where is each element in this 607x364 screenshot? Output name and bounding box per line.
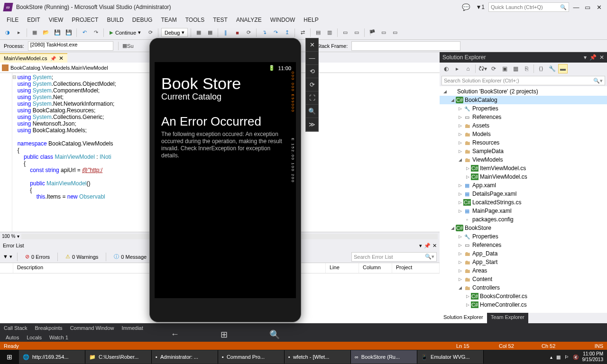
taskbar-item[interactable]: ▪wfetch - [Wfet... (285, 350, 351, 364)
tab-close-icon[interactable]: ✕ (59, 55, 64, 62)
menu-view[interactable]: VIEW (45, 15, 67, 25)
col-column[interactable]: Column (359, 263, 392, 273)
taskbar-item[interactable]: ▪Command Pro... (218, 350, 285, 364)
save-all-button[interactable]: 💾 (64, 28, 74, 37)
menu-build[interactable]: BUILD (103, 15, 127, 25)
tab-immediate[interactable]: Immediat (118, 324, 147, 332)
tab-locals[interactable]: Locals (23, 334, 46, 341)
col-line[interactable]: Line (326, 263, 359, 273)
tree-node[interactable]: ▷C#ItemViewModel.cs (440, 164, 607, 173)
taskbar-item[interactable]: 🌐http://169.254... (19, 350, 85, 364)
menu-debug[interactable]: DEBUG (129, 15, 156, 25)
tray-up-icon[interactable]: ▴ (550, 355, 552, 360)
restore-button[interactable]: ▭ (583, 3, 592, 11)
tab-command-window[interactable]: Command Window (66, 324, 118, 332)
tree-node[interactable]: ▷Content (440, 275, 607, 283)
stackframe-dropdown[interactable] (351, 41, 460, 51)
phone-start-button[interactable]: ⊞ (221, 329, 228, 340)
phone-emulator[interactable]: 🔋11:00 Book Store Current Catalog An Err… (149, 38, 301, 322)
tb-icon-8[interactable]: 🏴 (368, 28, 377, 37)
stop-button[interactable]: ■ (232, 28, 242, 37)
tb-icon-10[interactable]: ▭ (390, 28, 400, 37)
tree-node[interactable]: packages.config (440, 215, 607, 224)
clock[interactable]: 11:00 PM 9/15/2013 (582, 351, 604, 363)
nav-fwd-button[interactable]: ▸ (14, 28, 24, 37)
se-showall-icon[interactable]: ▦ (511, 64, 520, 73)
new-project-button[interactable]: ▦ (30, 28, 39, 37)
se-search-input[interactable]: Search Solution Explorer (Ctrl+;)🔍▾ (441, 76, 605, 85)
se-pin-icon[interactable]: 📌 (589, 54, 597, 61)
filter-icon[interactable]: ▼ ▾ (3, 254, 12, 260)
zoom-level[interactable]: 100 % (2, 234, 15, 239)
pin-icon[interactable]: 📌 (50, 56, 56, 61)
step-into-button[interactable]: ↴ (259, 28, 269, 37)
se-close-icon[interactable]: ✕ (599, 54, 604, 61)
menu-analyze[interactable]: ANALYZE (232, 15, 266, 25)
tb-icon-1[interactable]: ▦ (194, 28, 203, 37)
tree-node[interactable]: ◢C#BookCatalog (440, 96, 607, 104)
menu-project[interactable]: PROJECT (68, 15, 102, 25)
pane-pin-icon[interactable]: 📌 (424, 243, 431, 249)
error-search-input[interactable]: Search Error List🔍▾ (351, 252, 437, 262)
tree-node[interactable]: ▷References (440, 241, 607, 249)
redo-button[interactable]: ↷ (91, 28, 101, 37)
notification-flag-icon[interactable]: ▼1 (476, 4, 485, 10)
config-dropdown[interactable]: Debug ▾ (161, 28, 188, 37)
taskbar-item[interactable]: 📁C:\Users\Rober... (85, 350, 152, 364)
em-rotate-left-icon[interactable]: ⟲ (306, 65, 318, 78)
feedback-icon[interactable]: 💬 (462, 3, 470, 11)
tree-node[interactable]: ▷C#MainViewModel.cs (440, 173, 607, 181)
tree-node[interactable]: ▷App_Start (440, 258, 607, 266)
tb-icon-4[interactable]: ▤ (313, 28, 323, 37)
tray-flag-icon[interactable]: 🏳 (564, 355, 569, 360)
tree-node[interactable]: ▷MainPage.xaml (440, 207, 607, 215)
tab-breakpoints[interactable]: Breakpoints (31, 324, 66, 332)
tray-vol-icon[interactable]: 🔇 (573, 355, 579, 360)
tree-node[interactable]: ◢C#BookStore (440, 224, 607, 232)
messages-filter[interactable]: ⓘ0 Message (111, 252, 149, 261)
errors-filter[interactable]: ⊘0 Errors (22, 253, 53, 261)
tb-icon-2[interactable]: ▦ (205, 28, 215, 37)
tb-icon-9[interactable]: ▭ (379, 28, 388, 37)
tb-icon-5[interactable]: ▥ (325, 28, 334, 37)
tab-autos[interactable]: Autos (2, 334, 23, 341)
step-over-button[interactable]: ↷ (271, 28, 280, 37)
em-more-icon[interactable]: ≫ (306, 118, 318, 131)
tree-node[interactable]: ▷C#HomeController.cs (440, 300, 607, 309)
tray-net-icon[interactable]: ▦ (556, 355, 561, 360)
quick-launch-input[interactable]: Quick Launch (Ctrl+Q)🔍 (488, 2, 569, 12)
em-fit-icon[interactable]: ⛶ (306, 91, 318, 105)
menu-edit[interactable]: EDIT (23, 15, 44, 25)
fold-indicator[interactable]: ⊟ (12, 74, 16, 81)
se-home-icon[interactable]: ⌂ (463, 64, 473, 73)
tab-watch1[interactable]: Watch 1 (46, 334, 72, 341)
em-close-icon[interactable]: ✕ (306, 38, 318, 52)
menu-window[interactable]: WINDOW (267, 15, 299, 25)
se-copy-icon[interactable]: ⎘ (522, 64, 531, 73)
menu-team[interactable]: TEAM (157, 15, 180, 25)
tree-node[interactable]: ▷Properties (440, 104, 607, 113)
phone-back-button[interactable]: ← (171, 329, 179, 340)
se-preview-icon[interactable]: ▬ (558, 64, 568, 73)
tb-icon-6[interactable]: ▭ (340, 28, 350, 37)
tree-node[interactable]: ▷C#LocalizedStrings.cs (440, 198, 607, 207)
open-file-button[interactable]: 📂 (41, 28, 51, 37)
undo-button[interactable]: ↶ (80, 28, 89, 37)
emulator-screen[interactable]: 🔋11:00 Book Store Current Catalog An Err… (155, 62, 296, 298)
se-properties-icon[interactable]: 🔧 (547, 64, 557, 73)
tree-node[interactable]: ▷App.xaml (440, 181, 607, 190)
tab-call-stack[interactable]: Call Stack (0, 324, 31, 332)
tb-icon-7[interactable]: ▭ (352, 28, 361, 37)
se-refresh-icon[interactable]: ⟳ (489, 64, 498, 73)
tree-node[interactable]: ▷Models (440, 130, 607, 138)
menu-file[interactable]: FILE (3, 15, 22, 25)
restart-debug-button[interactable]: ⟳ (244, 28, 253, 37)
tree-node[interactable]: ▷Assets (440, 121, 607, 130)
minimize-button[interactable]: — (572, 3, 580, 11)
tree-node[interactable]: ▷Properties (440, 232, 607, 241)
se-code-icon[interactable]: ⟨⟩ (536, 64, 546, 73)
tab-team-explorer[interactable]: Team Explorer (487, 313, 528, 323)
menu-tools[interactable]: TOOLS (182, 15, 208, 25)
tree-node[interactable]: ◢Solution 'BookStore' (2 projects) (440, 87, 607, 96)
tree-node[interactable]: ▷DetailsPage.xaml (440, 190, 607, 198)
